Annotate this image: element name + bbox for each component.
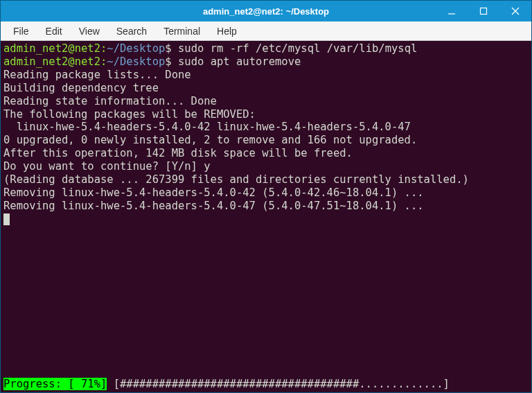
output-line: After this operation, 142 MB disk space … (3, 147, 353, 159)
output-line: 0 upgraded, 0 newly installed, 2 to remo… (3, 134, 417, 146)
menu-search[interactable]: Search (109, 23, 154, 40)
command-2: sudo apt autoremove (178, 55, 301, 68)
svg-rect-1 (481, 8, 487, 15)
cursor (3, 213, 10, 225)
output-line: (Reading database ... 267399 files and d… (3, 173, 469, 186)
prompt-colon: : (100, 55, 107, 68)
prompt-path: ~/Desktop (107, 55, 165, 68)
terminal-area[interactable]: admin_net2@net2:~/Desktop$ sudo rm -rf /… (1, 41, 531, 392)
close-icon (511, 7, 520, 15)
menubar: File Edit View Search Terminal Help (1, 21, 531, 41)
output-line: Building dependency tree (3, 82, 159, 94)
progress-bar: [#####################################..… (107, 378, 456, 390)
prompt-user: admin_net2@net2 (3, 42, 100, 55)
minimize-icon (447, 7, 456, 15)
menu-view[interactable]: View (72, 23, 107, 40)
titlebar: admin_net2@net2: ~/Desktop (1, 1, 531, 21)
progress-line: Progress: [ 71%] [######################… (1, 378, 531, 392)
menu-help[interactable]: Help (210, 23, 244, 40)
window-controls (436, 1, 531, 21)
maximize-button[interactable] (468, 1, 499, 21)
prompt-path: ~/Desktop (107, 42, 165, 55)
command-1: sudo rm -rf /etc/mysql /var/lib/mysql (178, 42, 417, 55)
prompt-symbol: $ (165, 42, 171, 55)
menu-edit[interactable]: Edit (39, 23, 69, 40)
output-line: Do you want to continue? [Y/n] y (3, 160, 211, 173)
output-line: Reading package lists... Done (3, 69, 191, 81)
close-button[interactable] (499, 1, 531, 21)
prompt-user: admin_net2@net2 (3, 55, 100, 68)
minimize-button[interactable] (436, 1, 468, 21)
prompt-colon: : (100, 42, 107, 55)
output-line: Reading state information... Done (3, 95, 217, 107)
maximize-icon (479, 7, 488, 15)
menu-terminal[interactable]: Terminal (157, 23, 207, 40)
output-line: The following packages will be REMOVED: (3, 108, 256, 121)
terminal-window: admin_net2@net2: ~/Desktop File Edit Vie… (0, 0, 532, 393)
progress-label: Progress: [ 71%] (3, 378, 107, 390)
menu-file[interactable]: File (6, 23, 36, 40)
output-line: Removing linux-hwe-5.4-headers-5.4.0-42 … (3, 186, 424, 199)
prompt-symbol: $ (165, 55, 171, 68)
output-line: Removing linux-hwe-5.4-headers-5.4.0-47 … (3, 200, 424, 212)
output-line: linux-hwe-5.4-headers-5.4.0-42 linux-hwe… (3, 121, 411, 133)
